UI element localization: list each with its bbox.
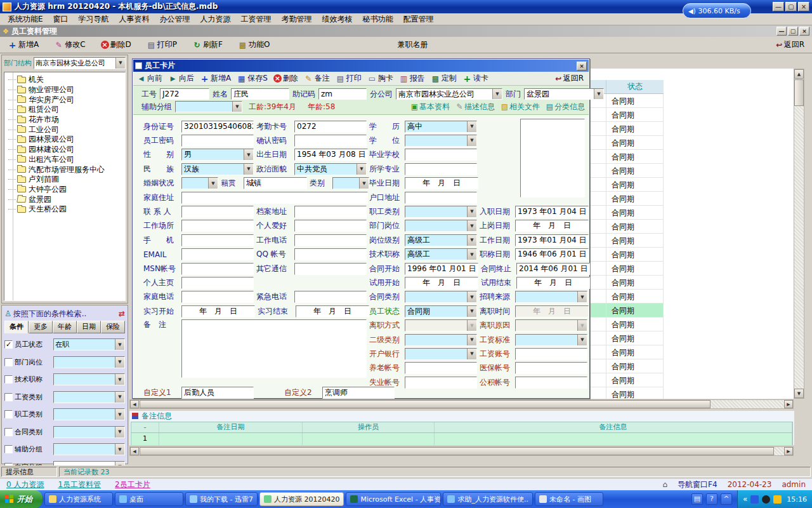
- toolbar-button[interactable]: 删除D: [98, 38, 134, 51]
- chevron-down-icon[interactable]: ▼: [467, 220, 476, 231]
- taskbar-button[interactable]: 求助_人力资源软件使..: [443, 492, 533, 506]
- checkbox[interactable]: [4, 340, 13, 349]
- chevron-down-icon[interactable]: ▼: [208, 178, 218, 189]
- nav-link[interactable]: 1员工资料管: [58, 479, 101, 490]
- chevron-down-icon[interactable]: ▼: [359, 178, 369, 189]
- toolbar-button[interactable]: 刷新F: [190, 38, 225, 51]
- sub-close-button[interactable]: ×: [799, 27, 809, 36]
- card-tab[interactable]: 相关文件: [500, 102, 540, 112]
- card-toolbar-button[interactable]: 胸卡: [367, 72, 394, 84]
- card-toolbar-button[interactable]: 报告: [398, 72, 426, 84]
- menu-item[interactable]: 工资管理: [236, 13, 277, 25]
- field-input[interactable]: [294, 291, 367, 303]
- chevron-down-icon[interactable]: ▼: [115, 339, 124, 350]
- chevron-down-icon[interactable]: ▼: [115, 357, 124, 368]
- table-row[interactable]: 合同期: [590, 192, 794, 206]
- field-input[interactable]: [181, 192, 368, 204]
- aux-group-select[interactable]: ▼: [175, 101, 242, 112]
- field-input[interactable]: [181, 234, 254, 246]
- date-field[interactable]: 1996 年01 月01 日: [405, 263, 478, 275]
- field-select[interactable]: ▼: [405, 220, 477, 232]
- scroll-left-icon[interactable]: ◀: [130, 447, 139, 455]
- header-field[interactable]: 盆景园 ▼: [524, 88, 604, 100]
- table-row[interactable]: 合同期: [590, 136, 794, 150]
- tray-chevron-icon[interactable]: «: [743, 495, 747, 504]
- table-row[interactable]: 合同期: [590, 108, 794, 122]
- filter-select[interactable]: ▼: [53, 373, 125, 385]
- field-select[interactable]: ▼: [405, 319, 477, 331]
- table-row[interactable]: 合同期: [590, 262, 794, 276]
- vertical-scrollbar[interactable]: ▲ ▼: [794, 69, 804, 399]
- table-row[interactable]: 合同期: [590, 318, 794, 331]
- nav-window-label[interactable]: 导航窗口F4: [678, 479, 717, 490]
- table-row[interactable]: 合同期: [590, 234, 794, 248]
- header-field[interactable]: zm: [318, 88, 367, 100]
- chevron-down-icon[interactable]: ▼: [115, 58, 125, 69]
- card-toolbar-button[interactable]: 删除: [273, 72, 299, 84]
- table-row[interactable]: 1: [131, 433, 792, 445]
- field-select[interactable]: ▼: [405, 206, 477, 218]
- header-field[interactable]: 庄民: [231, 88, 289, 100]
- field-select[interactable]: 高中▼: [405, 121, 477, 133]
- scroll-right-icon[interactable]: ▶: [784, 447, 793, 455]
- taskbar-button[interactable]: 桌面: [115, 492, 183, 506]
- field-input[interactable]: [405, 192, 477, 204]
- card-toolbar-button[interactable]: 打印: [335, 72, 362, 84]
- field-input[interactable]: 0272: [294, 121, 367, 133]
- menu-item[interactable]: 系统功能E: [3, 13, 48, 25]
- chevron-down-icon[interactable]: ▼: [115, 409, 124, 420]
- chevron-down-icon[interactable]: ▼: [467, 335, 476, 345]
- employee-photo-box[interactable]: [520, 119, 585, 197]
- field-input[interactable]: [405, 163, 477, 175]
- table-row[interactable]: 合同期: [590, 359, 794, 373]
- field-input[interactable]: 320103195406082989: [181, 121, 254, 133]
- sub-minimize-button[interactable]: —: [776, 27, 787, 36]
- field-select[interactable]: ▼: [181, 177, 218, 189]
- field-input[interactable]: [294, 248, 367, 260]
- table-row[interactable]: 合同期: [590, 206, 794, 220]
- tree-item[interactable]: 卢刘苗圃: [8, 175, 125, 185]
- nav-link[interactable]: 0 人力资源: [6, 479, 44, 490]
- chevron-down-icon[interactable]: ▼: [467, 135, 476, 146]
- table-row[interactable]: 合同期: [590, 331, 794, 345]
- chevron-down-icon[interactable]: ▼: [594, 89, 603, 99]
- table-row[interactable]: 合同期: [590, 304, 794, 318]
- taskbar-button[interactable]: 未命名 - 画图: [535, 492, 603, 506]
- menu-item[interactable]: 人事资料: [114, 13, 155, 25]
- table-row[interactable]: 合同期: [590, 373, 794, 387]
- nav-link[interactable]: 2员工卡片: [115, 479, 150, 490]
- date-field[interactable]: 1973 年01 月04 日: [515, 234, 589, 246]
- field-input[interactable]: [181, 277, 254, 289]
- toolbar-button[interactable]: 修改C: [51, 38, 88, 51]
- scroll-up-icon[interactable]: ▲: [794, 69, 804, 79]
- menu-item[interactable]: 办公管理: [155, 13, 195, 25]
- filter-tab[interactable]: 年龄: [53, 321, 77, 333]
- checkbox[interactable]: [4, 445, 13, 453]
- filter-select[interactable]: ▼: [53, 443, 125, 455]
- tree-item[interactable]: 汽配市场管理服务中心: [8, 164, 125, 175]
- field-select[interactable]: ▼: [332, 177, 369, 189]
- chevron-down-icon[interactable]: ▼: [577, 291, 587, 302]
- chevron-down-icon[interactable]: ▼: [244, 149, 253, 160]
- field-input[interactable]: [294, 263, 367, 275]
- restore-button[interactable]: ▢: [785, 2, 797, 11]
- tree-item[interactable]: 园林景观公司: [8, 135, 125, 145]
- chevron-down-icon[interactable]: ▼: [577, 335, 587, 345]
- field-select[interactable]: ▼: [515, 291, 587, 303]
- tree-item[interactable]: 园林建设公司: [8, 145, 125, 155]
- card-tab[interactable]: 分类信息: [545, 102, 585, 112]
- table-row[interactable]: 合同期: [590, 345, 794, 359]
- start-button[interactable]: 开始: [0, 490, 43, 508]
- chevron-down-icon[interactable]: ▼: [492, 89, 502, 99]
- date-field[interactable]: 年 月 日: [515, 220, 589, 232]
- field-input[interactable]: 城镇: [244, 177, 307, 189]
- field-input[interactable]: [294, 220, 367, 232]
- checkbox[interactable]: [4, 428, 13, 436]
- date-field[interactable]: 年 月 日: [405, 177, 478, 189]
- chevron-down-icon[interactable]: ▼: [467, 291, 476, 302]
- menu-item[interactable]: 绩效考核: [317, 13, 358, 25]
- thunder-tray-icon[interactable]: [750, 495, 759, 504]
- menu-item[interactable]: 考勤管理: [277, 13, 317, 25]
- chevron-down-icon[interactable]: ▼: [467, 320, 476, 331]
- field-input[interactable]: [181, 206, 254, 218]
